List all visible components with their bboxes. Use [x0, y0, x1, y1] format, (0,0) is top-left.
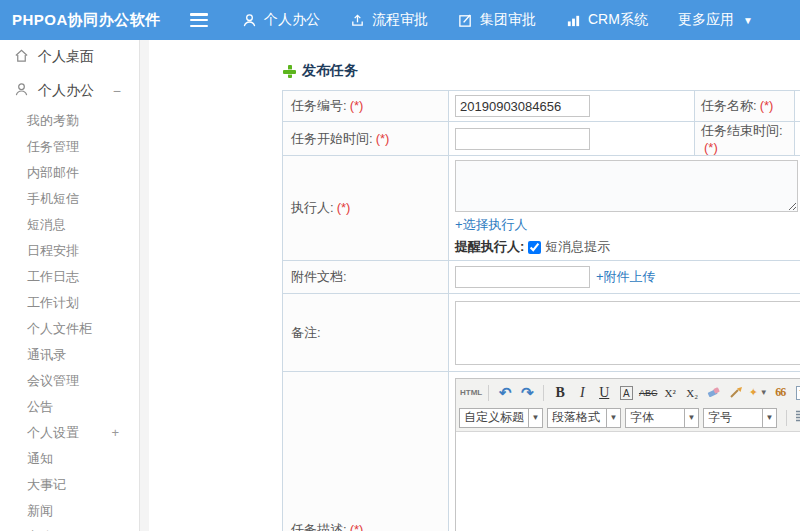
expand-icon[interactable]: +: [111, 420, 119, 446]
editor-content-area[interactable]: [456, 432, 800, 531]
sidebar-item-announcement[interactable]: 公告: [0, 394, 139, 420]
table-row: 执行人:(*) +选择执行人 提醒执行人: 短消息提示: [283, 156, 800, 261]
editor-toolbar: HTML ↶ ↷ B I U A ABC X²: [456, 379, 800, 432]
nav-workflow-approval[interactable]: 流程审批: [350, 11, 428, 29]
table-row: 任务编号:(*) 任务名称:(*): [283, 91, 800, 122]
sidebar-item-news[interactable]: 新闻: [0, 498, 139, 524]
nav-label: 个人办公: [264, 11, 320, 29]
nav-label: 集团审批: [480, 11, 536, 29]
blockquote-button[interactable]: 66: [770, 383, 790, 403]
table-row: 任务描述:(*) HTML ↶ ↷ B I: [283, 372, 800, 531]
sidebar-item-meeting-management[interactable]: 会议管理: [0, 368, 139, 394]
remind-executor-label: 提醒执行人:: [455, 238, 524, 256]
sidebar: 个人桌面 个人办公 − 我的考勤 任务管理 内部邮件 手机短信 短消息 日程安排…: [0, 40, 140, 531]
main-nav: 个人办公 流程审批 集团审批 CRM系统 更多应用 ▼: [242, 11, 783, 29]
sidebar-item-office-supplies[interactable]: 办公用品: [0, 524, 139, 531]
user-icon: [14, 82, 29, 100]
quick-format-icon[interactable]: ✦▼: [748, 383, 768, 403]
font-size-select[interactable]: 字号▼: [703, 408, 777, 428]
sidebar-item-work-log[interactable]: 工作日志: [0, 264, 139, 290]
sidebar-item-short-message[interactable]: 短消息: [0, 212, 139, 238]
nav-personal-office[interactable]: 个人办公: [242, 11, 320, 29]
sidebar-item-big-events[interactable]: 大事记: [0, 472, 139, 498]
attachment-input[interactable]: [455, 266, 590, 288]
end-time-label: 任务结束时间:: [701, 123, 783, 138]
sms-remind-checkbox[interactable]: [528, 241, 541, 254]
sidebar-item-label: 个人办公: [38, 82, 94, 100]
user-icon: [242, 13, 257, 28]
sidebar-item-contacts[interactable]: 通讯录: [0, 342, 139, 368]
align-left-icon[interactable]: [796, 410, 800, 426]
attachment-upload-link[interactable]: +附件上传: [596, 268, 656, 286]
content-panel: 发布任务 任务编号:(*) 任务名称:(*) 任务开始时间:(*) 任务结束时间…: [149, 40, 800, 531]
start-time-input[interactable]: [455, 128, 590, 150]
sidebar-item-internal-mail[interactable]: 内部邮件: [0, 160, 139, 186]
custom-heading-select[interactable]: 自定义标题▼: [459, 408, 543, 428]
top-header: PHPOA协同办公软件 个人办公 流程审批 集团审批 CRM系统: [0, 0, 800, 40]
publish-task-form: 任务编号:(*) 任务名称:(*) 任务开始时间:(*) 任务结束时间:(*) …: [282, 90, 800, 531]
sidebar-item-label: 个人桌面: [38, 48, 94, 66]
sidebar-item-schedule[interactable]: 日程安排: [0, 238, 139, 264]
sidebar-item-mobile-sms[interactable]: 手机短信: [0, 186, 139, 212]
rich-text-editor: HTML ↶ ↷ B I U A ABC X²: [455, 378, 800, 531]
sms-remind-label: 短消息提示: [545, 238, 610, 256]
undo-icon[interactable]: ↶: [495, 383, 515, 403]
sidebar-item-personal-desktop[interactable]: 个人桌面: [0, 40, 139, 74]
chevron-down-icon: ▼: [528, 409, 542, 427]
chevron-down-icon: ▼: [606, 409, 620, 427]
underline-button[interactable]: U: [594, 383, 614, 403]
table-row: 备注:: [283, 294, 800, 372]
task-number-input[interactable]: [455, 95, 590, 117]
task-name-label: 任务名称:: [701, 98, 757, 113]
sidebar-item-attendance[interactable]: 我的考勤: [0, 108, 139, 134]
start-time-label: 任务开始时间:: [291, 131, 373, 146]
remark-label: 备注:: [291, 325, 321, 340]
home-icon: [14, 48, 29, 66]
executor-textarea[interactable]: [455, 160, 798, 212]
required-mark: (*): [350, 98, 364, 113]
nav-label: CRM系统: [588, 11, 648, 29]
page-title: 发布任务: [302, 62, 358, 80]
nav-label: 更多应用: [678, 11, 734, 29]
task-description-label: 任务描述:: [291, 522, 347, 531]
redo-icon[interactable]: ↷: [517, 383, 537, 403]
table-row: 附件文档: +附件上传: [283, 261, 800, 294]
subscript-button[interactable]: X₂: [682, 383, 702, 403]
sidebar-item-task-management[interactable]: 任务管理: [0, 134, 139, 160]
format-brush-icon[interactable]: [726, 383, 746, 403]
chevron-down-icon: ▼: [684, 409, 698, 427]
layout-gutter: [140, 40, 149, 531]
remark-textarea[interactable]: [455, 301, 800, 365]
choose-executor-link[interactable]: +选择执行人: [455, 217, 528, 232]
paste-as-text-icon[interactable]: T: [792, 383, 800, 403]
chevron-down-icon: ▼: [743, 15, 753, 26]
strikethrough-button[interactable]: ABC: [638, 383, 658, 403]
menu-toggle-icon[interactable]: [190, 13, 212, 27]
sidebar-item-personal-settings[interactable]: 个人设置 +: [0, 420, 139, 446]
attachment-label: 附件文档:: [291, 269, 347, 284]
sidebar-item-notification[interactable]: 通知: [0, 446, 139, 472]
html-source-button[interactable]: HTML: [460, 383, 482, 403]
edit-square-icon: [458, 13, 473, 28]
chevron-down-icon: ▼: [762, 409, 776, 427]
nav-group-approval[interactable]: 集团审批: [458, 11, 536, 29]
nav-more-apps[interactable]: 更多应用 ▼: [678, 11, 753, 29]
sidebar-item-work-plan[interactable]: 工作计划: [0, 290, 139, 316]
app-logo: PHPOA协同办公软件: [0, 11, 162, 30]
sidebar-item-file-cabinet[interactable]: 个人文件柜: [0, 316, 139, 342]
collapse-icon[interactable]: −: [113, 83, 121, 99]
add-task-icon: [283, 65, 296, 78]
font-background-button[interactable]: A: [620, 386, 633, 400]
eraser-icon[interactable]: [704, 383, 724, 403]
workflow-icon: [350, 13, 365, 28]
executor-label: 执行人:: [291, 200, 334, 215]
superscript-button[interactable]: X²: [660, 383, 680, 403]
paragraph-format-select[interactable]: 段落格式▼: [547, 408, 621, 428]
nav-label: 流程审批: [372, 11, 428, 29]
font-family-select[interactable]: 字体▼: [625, 408, 699, 428]
sidebar-item-personal-office[interactable]: 个人办公 −: [0, 74, 139, 108]
nav-crm-system[interactable]: CRM系统: [566, 11, 648, 29]
italic-button[interactable]: I: [572, 383, 592, 403]
bar-chart-icon: [566, 13, 581, 28]
bold-button[interactable]: B: [550, 383, 570, 403]
